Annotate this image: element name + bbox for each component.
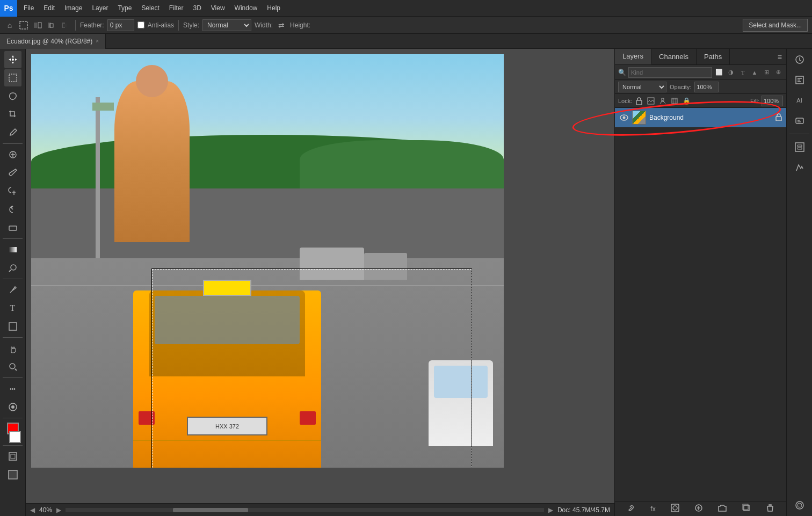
shape-tool[interactable] — [4, 318, 21, 335]
scene-car-bg1 — [300, 248, 364, 280]
filter-text-icon[interactable]: T — [738, 68, 748, 77]
lock-artboard-icon[interactable] — [670, 96, 679, 106]
style-select[interactable]: Normal Fixed Ratio Fixed Size — [202, 19, 251, 31]
new-group-icon[interactable] — [718, 504, 727, 514]
scene-trees-right — [300, 140, 504, 188]
new-adjustment-icon[interactable] — [694, 504, 703, 514]
lasso-tool[interactable] — [4, 88, 21, 105]
menu-type[interactable]: Type — [113, 2, 136, 14]
new-layer-icon[interactable] — [742, 504, 751, 514]
nav-right-arrow[interactable]: ▶ — [56, 506, 61, 514]
home-icon[interactable]: ⌂ — [4, 20, 15, 31]
background-layer-item[interactable]: Background — [615, 108, 786, 127]
taxi-windshield — [155, 296, 300, 344]
pen-tool[interactable] — [4, 281, 21, 299]
blend-mode-select[interactable]: Normal Multiply Screen — [618, 82, 666, 92]
layer-kind-input[interactable] — [628, 67, 712, 78]
filter-shape-icon[interactable]: ▲ — [750, 68, 759, 77]
menu-filter[interactable]: Filter — [165, 2, 188, 14]
menu-window[interactable]: Window — [230, 2, 262, 14]
style-label: Style: — [183, 21, 199, 29]
filter-pixel-icon[interactable]: ⬜ — [714, 68, 724, 77]
crop-tool[interactable] — [4, 106, 21, 123]
delete-layer-icon[interactable] — [766, 504, 774, 514]
menu-items: File Edit Image Layer Type Select Filter… — [17, 2, 287, 14]
menu-3d[interactable]: 3D — [189, 2, 205, 14]
svg-rect-34 — [795, 143, 804, 151]
paths-right-icon[interactable] — [791, 159, 808, 176]
tab-channels[interactable]: Channels — [651, 49, 697, 64]
menu-help[interactable]: Help — [263, 2, 285, 14]
marquee-mode-icon2[interactable] — [46, 20, 57, 31]
marquee-mode-icon3[interactable] — [60, 20, 71, 31]
marquee-rect-icon[interactable] — [18, 20, 29, 31]
link-layers-icon[interactable] — [627, 504, 635, 514]
add-mask-icon[interactable] — [671, 504, 679, 514]
opacity-input[interactable] — [694, 82, 719, 92]
feather-input[interactable] — [107, 19, 134, 31]
layer-visibility-icon[interactable] — [619, 113, 629, 122]
opacity-label: Opacity: — [670, 84, 691, 90]
zoom-tool[interactable] — [4, 358, 21, 375]
brush-tool[interactable] — [4, 164, 21, 181]
lock-transparent-icon[interactable] — [634, 96, 644, 106]
marquee-mode-icon1[interactable] — [32, 20, 43, 31]
lock-position-icon[interactable] — [658, 96, 668, 106]
document-tab[interactable]: Ecuador.jpg @ 40% (RGB/8#) × — [0, 34, 106, 49]
white-car-window — [434, 366, 488, 398]
layer-effects-icon[interactable]: fx — [650, 505, 655, 513]
swap-icon[interactable]: ⇄ — [276, 20, 287, 31]
eyedropper-tool[interactable] — [4, 124, 21, 141]
fill-input[interactable] — [762, 96, 783, 106]
tab-close-button[interactable]: × — [96, 38, 99, 44]
character-panel-icon[interactable] — [791, 112, 808, 129]
filter-toggle-icon[interactable]: ⊕ — [773, 68, 783, 77]
filter-smartobj-icon[interactable]: ⊞ — [762, 68, 771, 77]
marquee-tool[interactable] — [4, 69, 21, 86]
properties-panel-icon[interactable] — [791, 71, 808, 89]
eraser-tool[interactable] — [4, 219, 21, 236]
screen-mode2-button[interactable] — [4, 466, 21, 483]
cc-libraries-icon[interactable]: AI — [791, 92, 808, 109]
canvas-scroll-area[interactable]: HXX 372 — [26, 49, 614, 503]
quickmask-tool[interactable] — [4, 398, 21, 416]
menu-edit[interactable]: Edit — [39, 2, 59, 14]
scroll-thumb[interactable] — [173, 508, 248, 512]
far-right-panel: AI — [786, 49, 812, 516]
channels-right-icon[interactable] — [791, 139, 808, 156]
menu-file[interactable]: File — [19, 2, 38, 14]
dodge-tool[interactable] — [4, 259, 21, 277]
healing-brush-tool[interactable] — [4, 146, 21, 163]
history-brush-tool[interactable] — [4, 201, 21, 218]
select-mask-button[interactable]: Select and Mask... — [743, 19, 808, 32]
move-tool[interactable] — [4, 51, 21, 68]
tab-layers[interactable]: Layers — [615, 49, 651, 64]
scroll-right-arrow[interactable]: ▶ — [548, 506, 553, 514]
text-tool[interactable]: T — [4, 300, 21, 317]
background-color-swatch[interactable] — [9, 431, 21, 443]
width-label: Width: — [255, 21, 273, 29]
screen-mode-button[interactable] — [4, 448, 21, 465]
menu-select[interactable]: Select — [137, 2, 163, 14]
gradient-tool[interactable] — [4, 241, 21, 258]
nav-left-arrow[interactable]: ◀ — [30, 506, 35, 514]
menu-image[interactable]: Image — [60, 2, 86, 14]
color-circle-icon[interactable] — [791, 497, 808, 514]
clone-stamp-tool[interactable] — [4, 183, 21, 200]
panel-menu-icon[interactable]: ≡ — [773, 49, 786, 64]
learn-panel-icon[interactable] — [791, 51, 808, 68]
scene-taxi-body: HXX 372 — [133, 290, 321, 468]
lock-image-icon[interactable] — [646, 96, 656, 106]
lock-all-icon[interactable]: 🔒 — [682, 96, 691, 106]
svg-rect-18 — [11, 454, 15, 459]
menu-layer[interactable]: Layer — [88, 2, 112, 14]
tab-paths[interactable]: Paths — [697, 49, 730, 64]
canvas[interactable]: HXX 372 — [31, 54, 504, 468]
extras-tool[interactable]: ••• — [4, 380, 21, 397]
menu-view[interactable]: View — [207, 2, 229, 14]
filter-adjustment-icon[interactable]: ◑ — [726, 68, 736, 77]
svg-rect-6 — [63, 24, 67, 27]
anti-alias-checkbox[interactable] — [137, 21, 144, 28]
hand-tool[interactable] — [4, 340, 21, 357]
layer-lock-icon[interactable] — [775, 113, 782, 122]
